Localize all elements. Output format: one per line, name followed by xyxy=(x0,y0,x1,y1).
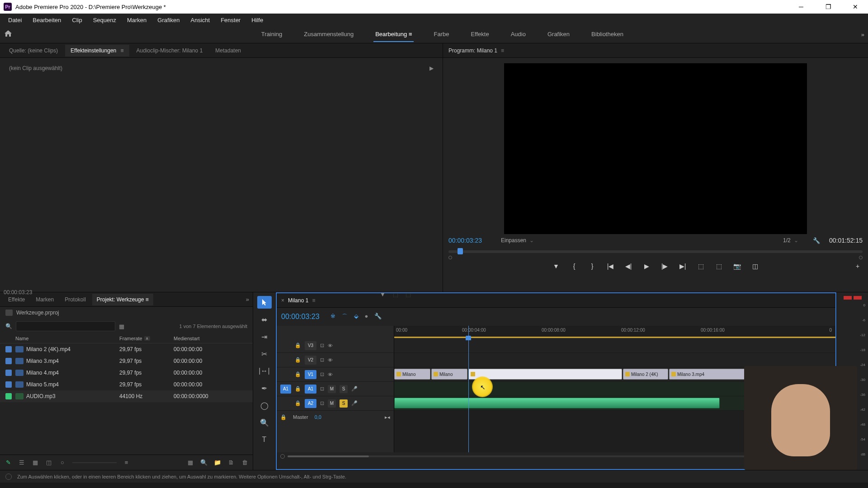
menu-ansicht[interactable]: Ansicht xyxy=(186,15,214,25)
mark-in-button[interactable]: { xyxy=(569,261,579,271)
track-header-v3[interactable]: 🔒 V3 ⊡ 👁 xyxy=(277,338,394,353)
timeline-clip[interactable]: Milano xyxy=(394,369,430,380)
track-v1-toggle[interactable]: V1 xyxy=(305,370,316,379)
workspace-bibliotheken[interactable]: Bibliotheken xyxy=(590,27,625,42)
timeline-ruler[interactable]: 00:00 00:00:04:00 00:00:08:00 00:00:12:0… xyxy=(394,326,835,338)
program-timecode-in[interactable]: 00:00:03:23 xyxy=(448,237,482,244)
voice-over-icon[interactable]: 🎤 xyxy=(351,386,358,392)
filter-icon[interactable]: ▼ xyxy=(380,291,386,298)
tab-effekteinstellungen[interactable]: Effekteinstellungen ≡ xyxy=(65,45,129,56)
icon-view-icon[interactable]: ▦ xyxy=(32,459,39,466)
sync-lock-icon[interactable]: ⊡ xyxy=(320,386,324,392)
home-icon[interactable] xyxy=(4,29,14,40)
eye-icon[interactable]: 👁 xyxy=(328,372,333,377)
selection-tool[interactable] xyxy=(257,296,272,309)
burger-icon[interactable]: ≡ xyxy=(501,47,504,54)
lock-icon[interactable]: 🔒 xyxy=(295,386,301,392)
menu-sequenz[interactable]: Sequenz xyxy=(89,15,121,25)
eye-icon[interactable]: 👁 xyxy=(328,357,333,363)
timeline-clip[interactable] xyxy=(468,369,622,380)
mute-button[interactable]: M xyxy=(328,399,336,408)
settings-icon[interactable]: 🔧 xyxy=(374,313,382,321)
playhead-handle[interactable] xyxy=(466,336,471,340)
column-name[interactable]: Name xyxy=(15,336,119,341)
expand-arrow-icon[interactable]: ▶ xyxy=(429,65,434,71)
lock-icon[interactable]: 🔒 xyxy=(295,400,301,406)
tab-marken[interactable]: Marken xyxy=(31,294,58,305)
tab-metadaten[interactable]: Metadaten xyxy=(210,45,246,56)
tab-protokoll[interactable]: Protokoll xyxy=(60,294,90,305)
list-view-icon[interactable]: ☰ xyxy=(18,459,25,466)
track-header-v2[interactable]: 🔒 V2 ⊡ 👁 xyxy=(277,353,394,367)
insert-icon[interactable]: ⬚ xyxy=(393,291,398,298)
timeline-clip[interactable]: Milano xyxy=(431,369,467,380)
column-medienstart[interactable]: Medienstart xyxy=(174,336,247,341)
source-a1-patch[interactable]: A1 xyxy=(280,385,291,394)
voice-over-icon[interactable]: 🎤 xyxy=(351,400,358,406)
rectangle-tool[interactable]: ◯ xyxy=(257,399,272,412)
project-row[interactable]: AUDIO.mp3 44100 Hz 00:00:00:0000 xyxy=(0,390,253,402)
go-to-in-button[interactable]: |◀ xyxy=(605,261,615,271)
track-lane-v2[interactable] xyxy=(394,353,835,367)
burger-icon[interactable]: ≡ xyxy=(407,31,412,38)
menu-bearbeiten[interactable]: Bearbeiten xyxy=(28,15,66,25)
project-row[interactable]: Milano 4.mp4 29,97 fps 00:00:00:00 xyxy=(0,367,253,379)
program-zoom-select[interactable]: Einpassen ⌄ xyxy=(501,237,534,244)
menu-fenster[interactable]: Fenster xyxy=(216,15,245,25)
master-volume[interactable]: 0,0 xyxy=(315,414,321,420)
project-search-input[interactable] xyxy=(16,321,115,331)
label-chip[interactable] xyxy=(5,346,12,352)
zoom-handle-left[interactable] xyxy=(280,454,285,459)
overwrite-icon[interactable]: ⬚ xyxy=(406,291,411,298)
timeline-audio-clip[interactable] xyxy=(394,398,720,408)
track-header-v1[interactable]: 🔒 V1 ⊡ 👁 xyxy=(277,367,394,382)
tab-quelle[interactable]: Quelle: (keine Clips) xyxy=(4,45,63,56)
workspace-overflow-icon[interactable]: » xyxy=(861,31,864,38)
clip-indicator-left[interactable] xyxy=(844,296,852,300)
panel-overflow-icon[interactable]: » xyxy=(246,296,249,303)
razor-tool[interactable]: ✂ xyxy=(257,347,272,360)
burger-icon[interactable]: ≡ xyxy=(312,297,315,304)
track-select-tool[interactable]: ⬌ xyxy=(257,313,272,326)
track-v2-toggle[interactable]: V2 xyxy=(305,356,316,365)
close-button[interactable]: ✕ xyxy=(846,0,864,13)
label-chip[interactable] xyxy=(5,370,12,376)
lock-icon[interactable]: 🔒 xyxy=(295,343,301,348)
type-tool[interactable]: T xyxy=(257,433,272,446)
add-marker-icon[interactable]: ⬙ xyxy=(354,313,359,321)
timeline-clip[interactable]: Milano 2 (4K) xyxy=(623,369,668,380)
automate-to-seq-icon[interactable]: ▦ xyxy=(187,459,194,466)
workspace-training[interactable]: Training xyxy=(259,27,284,42)
lift-button[interactable]: ⬚ xyxy=(696,261,706,271)
comparison-view-button[interactable]: ◫ xyxy=(750,261,760,271)
find-icon[interactable]: 🔍 xyxy=(200,459,208,466)
scroll-thumb[interactable] xyxy=(288,455,369,457)
program-scrubber[interactable] xyxy=(448,247,863,258)
new-bin-icon[interactable]: 📁 xyxy=(214,459,221,466)
ripple-edit-tool[interactable]: ⇥ xyxy=(257,330,272,343)
label-chip[interactable] xyxy=(5,381,12,388)
menu-marken[interactable]: Marken xyxy=(123,15,151,25)
add-marker-button[interactable]: ▼ xyxy=(551,261,561,271)
project-row[interactable]: Milano 3.mp4 29,97 fps 00:00:00:00 xyxy=(0,355,253,367)
marker-icon[interactable]: ● xyxy=(365,313,368,321)
sort-icon[interactable]: ≡ xyxy=(123,459,130,466)
linked-selection-icon[interactable]: ⌒ xyxy=(342,313,348,321)
menu-clip[interactable]: Clip xyxy=(67,15,86,25)
expand-icon[interactable]: ▸◂ xyxy=(385,414,390,420)
pen-tool[interactable]: ✒ xyxy=(257,382,272,394)
project-row[interactable]: Milano 5.mp4 29,97 fps 00:00:00:00 xyxy=(0,379,253,390)
solo-button[interactable]: S xyxy=(340,399,348,408)
mute-button[interactable]: M xyxy=(328,385,336,393)
play-button[interactable]: ▶ xyxy=(642,261,651,271)
column-framerate[interactable]: Framerate∧ xyxy=(119,336,174,341)
workspace-grafiken[interactable]: Grafiken xyxy=(546,27,571,42)
pencil-icon[interactable]: ✎ xyxy=(5,459,12,466)
timeline-timecode[interactable]: 00:00:03:23 xyxy=(281,313,320,321)
track-lane-v3[interactable] xyxy=(394,338,835,353)
eye-icon[interactable]: 👁 xyxy=(328,343,333,348)
snap-icon[interactable]: ※ xyxy=(330,313,335,321)
sync-lock-icon[interactable]: ⊡ xyxy=(320,371,324,377)
track-a2-toggle[interactable]: A2 xyxy=(305,399,316,408)
step-forward-button[interactable]: |▶ xyxy=(660,261,670,271)
